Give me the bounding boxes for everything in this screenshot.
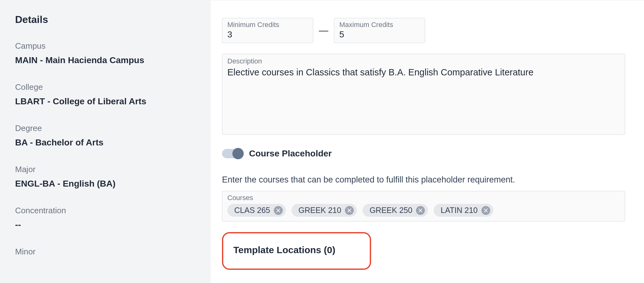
courses-chip-row: CLAS 265GREEK 210GREEK 250LATIN 210 [227,204,620,217]
course-placeholder-label: Course Placeholder [249,149,332,159]
detail-group-concentration: Concentration -- [15,206,196,230]
courses-field[interactable]: Courses CLAS 265GREEK 210GREEK 250LATIN … [222,191,625,221]
courses-label: Courses [227,194,620,202]
detail-label-major: Major [15,165,196,174]
detail-label-degree: Degree [15,123,196,133]
course-chip: GREEK 250 [363,204,428,217]
template-locations-title: Template Locations (0) [233,245,360,255]
detail-group-college: College LBART - College of Liberal Arts [15,82,196,106]
course-chip: GREEK 210 [291,204,357,217]
min-credits-input[interactable] [227,30,308,40]
courses-helper-text: Enter the courses that can be completed … [222,175,625,185]
remove-chip-icon[interactable] [481,206,490,215]
description-label: Description [227,57,620,65]
detail-group-minor: Minor [15,247,196,257]
credits-separator: — [318,25,329,36]
detail-group-major: Major ENGL-BA - English (BA) [15,165,196,189]
course-chip-label: GREEK 210 [298,206,341,215]
min-credits-label: Minimum Credits [227,21,308,29]
max-credits-input[interactable] [339,30,420,40]
course-chip-label: LATIN 210 [441,206,478,215]
detail-group-campus: Campus MAIN - Main Hacienda Campus [15,41,196,65]
max-credits-label: Maximum Credits [339,21,420,29]
detail-value-degree: BA - Bachelor of Arts [15,138,196,148]
description-input[interactable] [227,66,620,129]
template-locations-card[interactable]: Template Locations (0) [222,232,371,270]
detail-value-major: ENGL-BA - English (BA) [15,179,196,189]
detail-value-college: LBART - College of Liberal Arts [15,96,196,106]
detail-label-college: College [15,82,196,92]
details-sidebar: Details Campus MAIN - Main Hacienda Camp… [0,0,211,283]
detail-label-concentration: Concentration [15,206,196,215]
details-heading: Details [15,14,196,25]
course-chip: LATIN 210 [434,204,493,217]
main-panel: Minimum Credits — Maximum Credits Descri… [211,0,644,283]
remove-chip-icon[interactable] [416,206,425,215]
max-credits-field[interactable]: Maximum Credits [334,18,425,43]
course-placeholder-row: Course Placeholder [222,149,625,159]
min-credits-field[interactable]: Minimum Credits [222,18,313,43]
credits-row: Minimum Credits — Maximum Credits [222,18,625,43]
remove-chip-icon[interactable] [345,206,354,215]
toggle-knob [232,148,244,159]
course-chip-label: CLAS 265 [234,206,270,215]
detail-value-campus: MAIN - Main Hacienda Campus [15,55,196,65]
description-field[interactable]: Description [222,54,625,135]
detail-label-minor: Minor [15,247,196,257]
detail-group-degree: Degree BA - Bachelor of Arts [15,123,196,148]
remove-chip-icon[interactable] [274,206,283,215]
course-chip-label: GREEK 250 [369,206,412,215]
course-placeholder-toggle[interactable] [222,149,243,158]
detail-value-concentration: -- [15,220,196,230]
course-chip: CLAS 265 [227,204,286,217]
detail-label-campus: Campus [15,41,196,51]
